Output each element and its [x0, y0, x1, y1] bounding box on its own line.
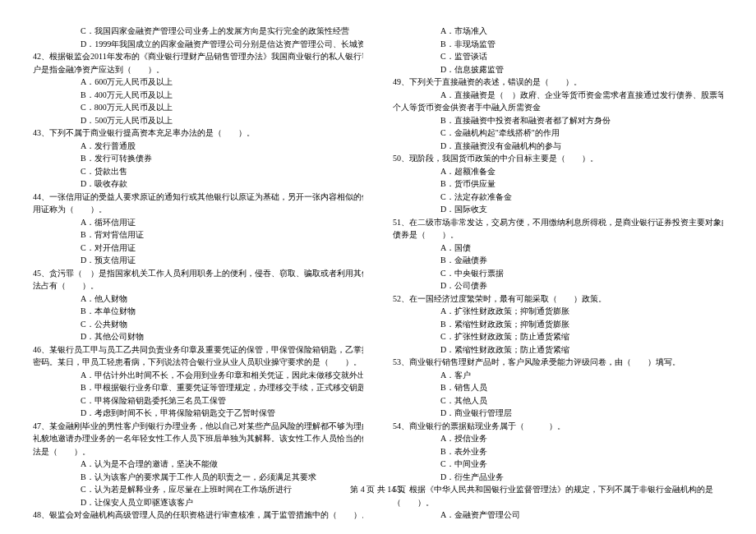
- left-line: B．本单位财物: [33, 305, 363, 318]
- right-line: C．其他人员: [393, 394, 723, 407]
- left-line: 礼貌地邀请办理业务的一名年轻女性工作人员下班后单独为其解释。该女性工作人员恰当的…: [33, 432, 363, 445]
- left-line: D．吸收存款: [33, 177, 363, 191]
- left-line: 44、一张信用证的受益人要求原证的通知行或其他银行以原证为基础，另开一张内容相似…: [33, 191, 363, 204]
- right-line: C．中央银行票据: [393, 267, 723, 280]
- left-line: 密码。某日，甲员工轻患看病，下列说法符合银行业从业人员职业操守要求的是（ ）。: [33, 356, 363, 369]
- right-line: 债券是（ ）。: [393, 228, 723, 242]
- left-line: D．考虑到时间不长，甲将保险箱钥匙交于乙暂时保管: [33, 407, 363, 420]
- right-line: A．扩张性财政政策；抑制通货膨胀: [393, 305, 723, 318]
- right-line: C．监管谈话: [393, 50, 723, 63]
- right-line: 50、现阶段，我国货币政策的中介目标主要是（ ）。: [393, 152, 723, 165]
- right-line: A．超额准备金: [393, 165, 723, 178]
- right-line: B．金融债券: [393, 254, 723, 267]
- right-line: C．法定存款准备金: [393, 191, 723, 204]
- left-line: B．认为该客户的要求属于工作人员的职责之一，必须满足其要求: [33, 471, 363, 484]
- exam-page: C．我国四家金融资产管理公司业务上的发展方向是实行完全的政策性经营D．1999年…: [0, 0, 756, 476]
- right-line: 55、根据《中华人民共和国银行业监督管理法》的规定，下列不属于非银行金融机构的是: [393, 483, 723, 496]
- left-line: 46、某银行员工甲与员工乙共同负责业务印章及重要凭证的保管，甲保管保险箱钥匙，乙…: [33, 343, 363, 357]
- right-line: A．金融资产管理公司: [393, 509, 723, 522]
- left-line: C．认为若是解释业务，应尽量在上班时间在工作场所进行: [33, 483, 363, 496]
- right-line: B．直接融资中投资者和融资者都了解对方身份: [393, 114, 723, 127]
- right-line: B．货币供应量: [393, 177, 723, 191]
- right-line: C．扩张性财政政策；防止通货紧缩: [393, 330, 723, 343]
- left-line: B．400万元人民币及以上: [33, 89, 363, 102]
- right-line: D．国际收支: [393, 203, 723, 216]
- right-line: C．中间业务: [393, 458, 723, 471]
- left-line: D．500万元人民币及以上: [33, 114, 363, 127]
- left-line: 用证称为（ ）。: [33, 203, 363, 216]
- right-line: D．紧缩性财政政策；防止通货紧缩: [393, 343, 723, 357]
- left-line: 户是指金融净资产应达到（ ）。: [33, 63, 363, 76]
- left-line: 47、某金融刚毕业的男性客户到银行办理业务，他以自己对某些产品风险的理解都不够为…: [33, 420, 363, 433]
- right-column: A．市场准入B．非现场监管C．监管谈话D．信息披露监管49、下列关于直接融资的表…: [378, 25, 723, 476]
- left-line: A．认为是不合理的邀请，坚决不能做: [33, 458, 363, 471]
- left-line: 法是（ ）。: [33, 445, 363, 458]
- left-line: C．对开信用证: [33, 242, 363, 255]
- right-line: 53、商业银行销售理财产品时，客户风险承受能力评级问卷，由（ ）填写。: [393, 356, 723, 369]
- left-line: A．他人财物: [33, 292, 363, 306]
- left-line: 42、根据银监会2011年发布的《商业银行理财产品销售管理办法》我国商业银行的私…: [33, 50, 363, 63]
- right-line: B．非现场监管: [393, 38, 723, 51]
- right-line: D．直接融资没有金融机构的参与: [393, 140, 723, 153]
- left-line: D．1999年我国成立的四家金融资产管理公司分别是信达资产管理公司、长城资产管理…: [33, 38, 363, 51]
- left-line: C．公共财物: [33, 318, 363, 331]
- left-line: A．循环信用证: [33, 216, 363, 229]
- right-line: A．市场准入: [393, 25, 723, 38]
- right-line: 51、在二级市场非常发达，交易方便，不用缴纳利息所得税，是商业银行证券投资主要对…: [393, 216, 723, 229]
- left-line: A．600万元人民币及以上: [33, 76, 363, 89]
- right-line: B．表外业务: [393, 445, 723, 458]
- right-line: D．信息披露监管: [393, 63, 723, 76]
- left-line: C．贷款出售: [33, 165, 363, 178]
- left-line: C．我国四家金融资产管理公司业务上的发展方向是实行完全的政策性经营: [33, 25, 363, 38]
- left-line: C．甲将保险箱钥匙委托第三名员工保管: [33, 394, 363, 407]
- left-line: 法占有（ ）。: [33, 279, 363, 292]
- right-line: 52、在一国经济过度繁荣时，最有可能采取（ ）政策。: [393, 292, 723, 306]
- right-line: D．衍生产品业务: [393, 471, 723, 484]
- left-line: B．背对背信用证: [33, 228, 363, 242]
- right-line: A．授信业务: [393, 432, 723, 445]
- right-line: A．客户: [393, 369, 723, 382]
- right-line: 个人等货币资金供资者手中融入所需资金: [393, 101, 723, 114]
- left-line: D．预支信用证: [33, 254, 363, 267]
- left-line: C．800万元人民币及以上: [33, 101, 363, 114]
- right-line: 54、商业银行的票据贴现业务属于（ ）。: [393, 420, 723, 433]
- right-line: A．直接融资是（ ）政府、企业等货币资金需求者直接通过发行债券、股票等形式，从机…: [393, 89, 723, 102]
- right-line: 49、下列关于直接融资的表述，错误的是（ ）。: [393, 76, 723, 89]
- left-line: 43、下列不属于商业银行提高资本充足率办法的是（ ）。: [33, 127, 363, 140]
- right-line: B．销售人员: [393, 381, 723, 394]
- left-line: B．甲根据银行业务印章、重要凭证等管理规定，办理移交手续，正式移交钥匙后外出看病: [33, 381, 363, 394]
- left-line: A．发行普通股: [33, 140, 363, 153]
- left-line: 48、银监会对金融机构高级管理人员的任职资格进行审查核准，属于监管措施中的（ ）…: [33, 509, 363, 522]
- left-line: D．其他公司财物: [33, 330, 363, 343]
- right-line: A．国债: [393, 242, 723, 255]
- left-line: B．发行可转换债券: [33, 152, 363, 165]
- left-column: C．我国四家金融资产管理公司业务上的发展方向是实行完全的政策性经营D．1999年…: [33, 25, 378, 476]
- right-line: D．公司债券: [393, 279, 723, 292]
- right-line: B．紧缩性财政政策；抑制通货膨胀: [393, 318, 723, 331]
- left-line: A．甲估计外出时间不长，不会用到业务印章和相关凭证，因此未做移交就外出看病: [33, 369, 363, 382]
- right-line: D．商业银行管理层: [393, 407, 723, 420]
- right-line: C．金融机构起"牵线搭桥"的作用: [393, 127, 723, 140]
- right-line: （ ）。: [393, 496, 723, 509]
- left-line: 45、贪污罪（ ）是指国家机关工作人员利用职务上的便利，侵吞、窃取、骗取或者利用…: [33, 267, 363, 280]
- left-line: D．让保安人员立即驱逐该客户: [33, 496, 363, 509]
